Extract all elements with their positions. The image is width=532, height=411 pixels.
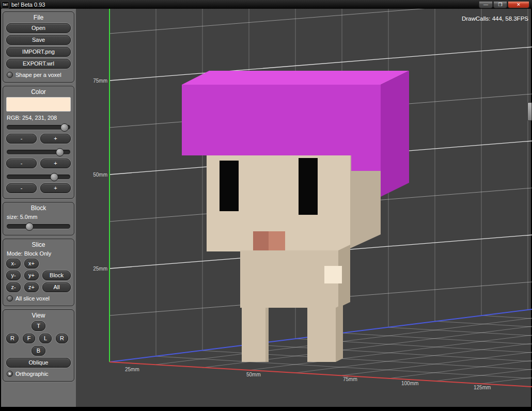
view-panel: View T R F L R B Oblique Orthographic xyxy=(3,309,74,382)
oblique-button[interactable]: Oblique xyxy=(6,358,71,368)
view-right-button[interactable]: R xyxy=(56,334,68,343)
y-label-75: 75mm xyxy=(93,78,107,84)
shape-per-voxel-label: Shape per a voxel xyxy=(15,72,61,78)
block-panel: Block size: 5.0mm xyxy=(3,202,74,235)
slice-x-plus-button[interactable]: x+ xyxy=(24,259,39,268)
shape-per-voxel-option[interactable]: Shape per a voxel xyxy=(7,72,71,78)
hair-top-face xyxy=(182,71,409,85)
block-size-slider[interactable] xyxy=(7,224,70,229)
viewport-canvas[interactable]: 75mm 50mm 25mm 25mm 50mm 75mm 100mm 125m… xyxy=(76,9,532,407)
body-front-face xyxy=(240,250,338,308)
green-minus-button[interactable]: - xyxy=(6,159,37,168)
slice-block-button[interactable]: Block xyxy=(42,271,71,280)
green-buttons: - + xyxy=(6,157,71,170)
blue-minus-button[interactable]: - xyxy=(6,183,37,193)
right-leg-side xyxy=(336,304,343,362)
title-bar: be! be! Beta 0.93 — ❐ ✕ xyxy=(0,0,532,9)
blue-buttons: - + xyxy=(6,182,71,195)
file-panel-title: File xyxy=(6,14,71,21)
all-slice-voxel-option[interactable]: All slice voxel xyxy=(7,295,71,302)
left-eye xyxy=(220,161,239,211)
slice-y-minus-button[interactable]: y- xyxy=(6,271,21,280)
red-slider[interactable] xyxy=(7,125,70,130)
shape-per-voxel-radio[interactable] xyxy=(7,72,13,78)
right-leg xyxy=(307,308,336,362)
green-slider[interactable] xyxy=(7,150,70,154)
slice-z-minus-button[interactable]: z- xyxy=(6,282,21,292)
block-size-label: size: 5.0mm xyxy=(7,214,71,220)
orthographic-label: Orthographic xyxy=(15,371,49,377)
left-leg xyxy=(242,308,269,362)
red-plus-button[interactable]: + xyxy=(40,134,71,144)
slice-z-plus-button[interactable]: z+ xyxy=(24,282,39,292)
x-label-125: 125mm xyxy=(474,385,491,390)
minimize-button[interactable]: — xyxy=(479,1,493,8)
app-icon: be! xyxy=(2,1,9,9)
sidebar: File Open Save IMPORT.png EXPORT.wrl Sha… xyxy=(1,9,76,407)
blue-slider-handle[interactable] xyxy=(50,173,58,181)
x-label-25: 25mm xyxy=(125,367,139,372)
view-left-button[interactable]: L xyxy=(39,334,52,343)
green-slider-handle[interactable] xyxy=(56,148,64,156)
view-top-button[interactable]: T xyxy=(32,321,45,331)
view-rear-button[interactable]: R xyxy=(6,334,19,343)
open-button[interactable]: Open xyxy=(6,23,71,33)
slice-panel-title: Slice xyxy=(6,241,71,248)
red-buttons: - + xyxy=(6,133,71,146)
slice-all-button[interactable]: All xyxy=(42,282,71,292)
maximize-button[interactable]: ❐ xyxy=(493,1,507,8)
blue-plus-button[interactable]: + xyxy=(40,183,71,193)
y-label-50: 50mm xyxy=(93,172,107,178)
block-panel-title: Block xyxy=(6,204,71,212)
slice-panel: Slice Mode: Block Only x- x+ y- y+ Block… xyxy=(3,239,74,306)
x-label-100: 100mm xyxy=(401,381,418,386)
x-label-50: 50mm xyxy=(246,372,261,377)
view-middle-row: R F L R xyxy=(6,334,71,343)
right-eye xyxy=(299,158,318,215)
color-panel-title: Color xyxy=(6,88,71,96)
all-slice-voxel-radio[interactable] xyxy=(7,295,13,302)
window-title: be! Beta 0.93 xyxy=(11,2,45,8)
left-leg-shade xyxy=(265,308,269,362)
view-panel-title: View xyxy=(6,312,71,319)
blue-slider[interactable] xyxy=(7,175,70,179)
slice-row-x: x- x+ xyxy=(6,259,71,268)
view-bottom-button[interactable]: B xyxy=(32,346,45,356)
viewport: 75mm 50mm 25mm 25mm 50mm 75mm 100mm 125m… xyxy=(76,9,531,407)
hair-side-face xyxy=(381,71,409,197)
export-wrl-button[interactable]: EXPORT.wrl xyxy=(6,59,71,69)
color-panel: Color RGB: 254, 231, 208 - + - + - xyxy=(3,86,74,199)
mouth-dark xyxy=(253,231,269,250)
right-scrollbar-thumb[interactable] xyxy=(527,102,532,121)
slice-y-plus-button[interactable]: y+ xyxy=(24,271,39,280)
red-slider-handle[interactable] xyxy=(60,123,69,132)
slice-row-y: y- y+ Block xyxy=(6,271,71,280)
drawcalls-stats: DrawCalls: 444, 58.3FPS xyxy=(462,15,528,22)
x-label-75: 75mm xyxy=(343,376,357,382)
orthographic-radio[interactable] xyxy=(7,371,13,377)
file-panel: File Open Save IMPORT.png EXPORT.wrl Sha… xyxy=(3,11,74,83)
window-controls: — ❐ ✕ xyxy=(479,1,532,8)
x-axis xyxy=(109,362,532,387)
slice-x-minus-button[interactable]: x- xyxy=(6,259,21,268)
block-size-slider-handle[interactable] xyxy=(25,223,34,231)
green-plus-button[interactable]: + xyxy=(40,159,71,168)
color-swatch xyxy=(6,97,71,112)
orthographic-option[interactable]: Orthographic xyxy=(7,371,71,377)
slice-row-z: z- z+ All xyxy=(6,282,71,292)
rgb-value-label: RGB: 254, 231, 208 xyxy=(7,115,71,121)
mouth-light xyxy=(269,231,285,250)
all-slice-voxel-label: All slice voxel xyxy=(15,295,50,302)
view-front-button[interactable]: F xyxy=(23,334,35,343)
import-png-button[interactable]: IMPORT.png xyxy=(6,47,71,57)
slice-mode-label: Mode: Block Only xyxy=(7,250,71,257)
close-button[interactable]: ✕ xyxy=(508,1,529,8)
save-button[interactable]: Save xyxy=(6,35,71,45)
hand-voxel xyxy=(324,266,342,283)
window-content: 75mm 50mm 25mm 25mm 50mm 75mm 100mm 125m… xyxy=(1,9,531,407)
red-minus-button[interactable]: - xyxy=(6,134,37,144)
y-label-25: 25mm xyxy=(93,266,107,272)
